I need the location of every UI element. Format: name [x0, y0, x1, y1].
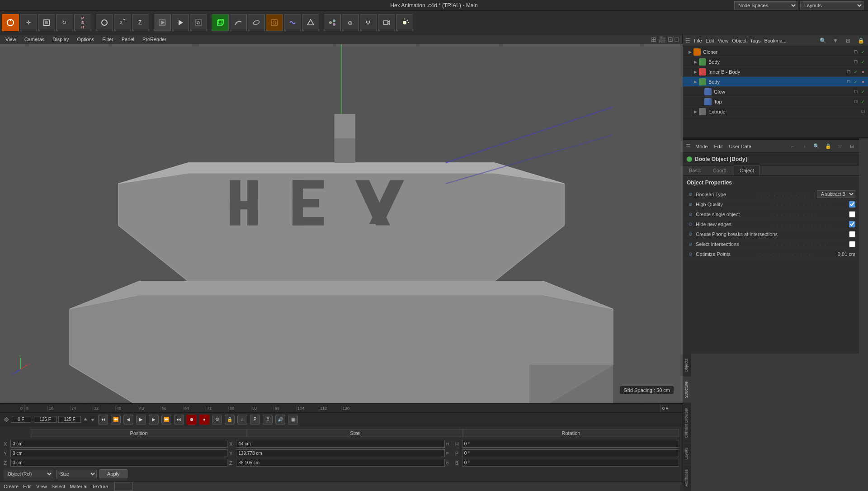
vtab-layers[interactable]: Layers	[683, 443, 691, 464]
settings-btn[interactable]: ⚙	[190, 14, 207, 31]
attr-lock-btn[interactable]: 🔒	[824, 142, 833, 151]
extrude-vis-icon[interactable]: ☐	[860, 109, 866, 115]
effector-btn[interactable]	[302, 14, 319, 31]
cameras-menu[interactable]: Cameras	[23, 36, 47, 43]
om-edit-menu[interactable]: Edit	[706, 38, 714, 43]
prorender-menu[interactable]: ProRender	[141, 36, 168, 43]
multi-btn[interactable]: ⠿	[263, 415, 273, 425]
om-object-menu[interactable]: Object	[732, 38, 746, 43]
attr-up-btn[interactable]: ↑	[800, 142, 809, 151]
mograph-btn[interactable]	[324, 14, 341, 31]
play-btn[interactable]	[172, 14, 189, 31]
pos-y-input[interactable]	[10, 449, 227, 457]
layouts-dropdown[interactable]: Layouts	[800, 1, 863, 9]
body2-check-icon[interactable]: ✓	[853, 79, 859, 85]
object-item-extrude[interactable]: ▶ Extrude ☐	[683, 107, 868, 117]
filter-menu[interactable]: Filter	[100, 36, 115, 43]
om-expand-icon[interactable]: ⊞	[844, 36, 853, 45]
texture-menu[interactable]: Texture	[92, 484, 108, 489]
rot-h-input[interactable]	[462, 440, 679, 448]
generator-btn[interactable]: G	[266, 14, 283, 31]
record-btn[interactable]: ⏺	[187, 415, 197, 425]
om-filter-icon[interactable]: ▼	[831, 36, 840, 45]
play-btn[interactable]: ▶	[136, 415, 146, 425]
field-btn[interactable]: ⊕	[342, 14, 359, 31]
viewport-maximize-btn[interactable]: ⊞	[651, 36, 656, 43]
point-mode-btn[interactable]: XY	[114, 14, 131, 31]
start-frame-input[interactable]	[34, 416, 57, 423]
body1-check-icon[interactable]: ✓	[860, 59, 866, 65]
high-quality-checkbox[interactable]	[849, 201, 855, 208]
object-space-select[interactable]: Object (Rel)	[4, 470, 53, 478]
display-menu[interactable]: Display	[51, 36, 71, 43]
cloner-vis-icon[interactable]: ☐	[853, 49, 859, 55]
object-item-top[interactable]: Top ☐ ✓	[683, 97, 868, 107]
coord-btn[interactable]: PSR	[74, 14, 91, 31]
top-vis-icon[interactable]: ☐	[853, 99, 859, 105]
next-frame-btn[interactable]: ▶	[149, 415, 159, 425]
options-menu[interactable]: Options	[75, 36, 96, 43]
create-menu[interactable]: Create	[4, 484, 19, 489]
inner-b-vis-icon[interactable]: ☐	[845, 69, 852, 75]
viewport-solo-btn[interactable]: □	[675, 36, 679, 43]
top-check-icon[interactable]: ✓	[860, 99, 866, 105]
move-tool-btn[interactable]: ✛	[20, 14, 37, 31]
attr-star-btn[interactable]: ☆	[835, 142, 844, 151]
body2-vis-icon[interactable]: ☐	[845, 79, 852, 85]
snap-btn[interactable]: 🔒	[225, 415, 235, 425]
glow-vis-icon[interactable]: ☐	[853, 89, 859, 95]
om-search-icon[interactable]: 🔍	[818, 36, 827, 45]
body1-vis-icon[interactable]: ☐	[853, 59, 859, 65]
vtab-structure[interactable]: Structure	[683, 377, 691, 403]
om-file-menu[interactable]: File	[694, 38, 702, 43]
vtab-content-browser[interactable]: Content Browser	[683, 403, 691, 443]
attr-tab-basic[interactable]: Basic	[683, 165, 707, 175]
apply-button[interactable]: Apply	[99, 469, 127, 478]
om-hamburger-icon[interactable]: ☰	[685, 38, 690, 44]
rotate-tool-btn[interactable]: ↻	[56, 14, 73, 31]
om-lock-icon[interactable]: 🔒	[856, 36, 865, 45]
pos-z-input[interactable]	[10, 459, 227, 467]
end-frame-input[interactable]	[58, 416, 81, 423]
current-frame-input[interactable]	[11, 416, 31, 423]
pos-x-input[interactable]	[10, 440, 227, 448]
om-view-menu[interactable]: View	[718, 38, 729, 43]
object-item-body2[interactable]: ▶ Body ☐ ✓ ●	[683, 77, 868, 87]
viewport-render-btn[interactable]: ⊡	[668, 36, 673, 43]
select-menu[interactable]: Select	[52, 484, 66, 489]
size-z-input[interactable]	[236, 459, 444, 467]
select-int-checkbox[interactable]	[849, 241, 855, 247]
attr-search-btn[interactable]: 🔍	[812, 142, 821, 151]
scale-tool-btn[interactable]	[38, 14, 55, 31]
cloner-check-icon[interactable]: ✓	[860, 49, 866, 55]
attr-expand-btn[interactable]: ⊞	[847, 142, 856, 151]
object-mode-btn[interactable]	[96, 14, 113, 31]
attr-back-btn[interactable]: ←	[788, 142, 797, 151]
timeline-settings-btn[interactable]: ⚙	[212, 415, 222, 425]
record-mode-btn[interactable]: ●	[199, 415, 209, 425]
light-btn[interactable]	[396, 14, 413, 31]
attr-mode-menu[interactable]: Mode	[693, 143, 710, 150]
prev-keyframe-btn[interactable]: ⏪	[111, 415, 121, 425]
phong-checkbox[interactable]	[849, 231, 855, 237]
rot-b-input[interactable]	[462, 459, 679, 467]
render-btn[interactable]	[154, 14, 171, 31]
glow-check-icon[interactable]: ✓	[860, 89, 866, 95]
object-item-cloner[interactable]: ▶ Cloner ☐ ✓	[683, 47, 868, 57]
bone-btn[interactable]: ⌂	[237, 415, 247, 425]
attr-tab-object[interactable]: Object	[734, 165, 760, 175]
edit-menu[interactable]: Edit	[23, 484, 32, 489]
view-menu[interactable]: View	[4, 36, 18, 43]
panel-menu[interactable]: Panel	[120, 36, 136, 43]
attr-userdata-menu[interactable]: User Data	[727, 143, 754, 150]
attr-tab-coord[interactable]: Coord.	[707, 165, 734, 175]
next-keyframe-btn[interactable]: ⏩	[161, 415, 171, 425]
go-to-start-btn[interactable]: ⏮	[98, 415, 108, 425]
z-mode-btn[interactable]: Z	[132, 14, 149, 31]
go-to-end-btn[interactable]: ⏭	[174, 415, 184, 425]
object-item-glow[interactable]: Glow ☐ ✓	[683, 87, 868, 97]
nurbs-btn[interactable]	[248, 14, 265, 31]
attr-edit-menu[interactable]: Edit	[712, 143, 725, 150]
deformer-btn[interactable]	[284, 14, 301, 31]
spline-btn[interactable]	[230, 14, 247, 31]
